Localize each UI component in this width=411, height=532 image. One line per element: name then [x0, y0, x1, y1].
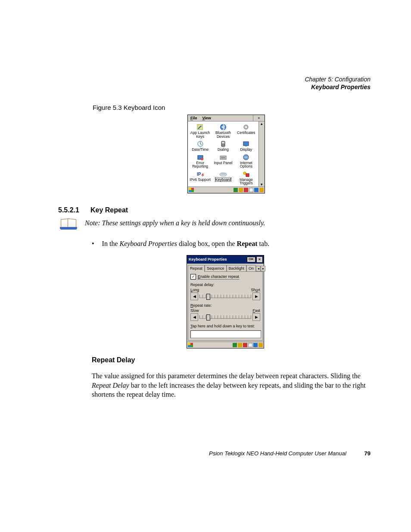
note-block: Note: These settings apply when a key is…: [60, 218, 371, 230]
header-section: Keyboard Properties: [58, 83, 371, 91]
section-number: 5.5.2.1: [58, 206, 90, 214]
tray-icon[interactable]: [238, 343, 242, 347]
figure-1-caption: Figure 5.3 Keyboard Icon: [93, 104, 371, 111]
delay-increment-button[interactable]: ▶: [252, 292, 260, 300]
cp-icon-app-launch-keys[interactable]: App Launch Keys: [189, 123, 212, 139]
tray-icon[interactable]: [258, 343, 263, 347]
tray-icon[interactable]: [233, 343, 237, 347]
scroll-down-icon[interactable]: ▾: [259, 182, 265, 187]
figure-2: Keyboard Properties OK × Repeat Sequence…: [187, 255, 371, 348]
icon-label: Error Reporting: [189, 161, 212, 168]
tab-scroll-right-icon[interactable]: ▸: [261, 266, 265, 271]
tab-on[interactable]: On: [246, 265, 256, 271]
book-icon: [60, 218, 77, 230]
cp-icon-internet-options[interactable]: Internet Options: [235, 153, 258, 169]
gear-icon: [242, 123, 250, 131]
rate-decrement-button[interactable]: ◀: [190, 313, 198, 321]
tab-scroll-left-icon[interactable]: ◂: [256, 266, 261, 271]
menubar: File View ×: [188, 115, 265, 121]
repeat-rate-right: Fast: [252, 308, 260, 313]
menu-view[interactable]: View: [200, 115, 214, 121]
tray-icon[interactable]: [254, 188, 258, 192]
icon-label: App Launch Keys: [189, 131, 212, 138]
cp-icon-keyboard[interactable]: Keyboard: [212, 170, 234, 186]
cp-icon-display[interactable]: Display: [235, 140, 258, 152]
test-input[interactable]: [190, 330, 261, 338]
page-header: Chapter 5: Configuration Keyboard Proper…: [58, 75, 371, 91]
tab-sequence[interactable]: Sequence: [205, 265, 227, 271]
tray-icon[interactable]: [248, 343, 252, 347]
icon-label: Internet Options: [235, 161, 258, 168]
start-icon[interactable]: [188, 343, 193, 347]
titlebar: Keyboard Properties OK ×: [187, 255, 264, 263]
taskbar: [188, 187, 265, 193]
panel-icon: [219, 153, 227, 161]
cp-icon-certificates[interactable]: Certificates: [235, 123, 258, 139]
header-chapter: Chapter 5: Configuration: [58, 75, 371, 83]
figure-1: File View × App Launch KeysBluetooth Dev…: [187, 115, 371, 193]
svg-rect-22: [246, 174, 249, 177]
svg-text:IP: IP: [197, 172, 201, 177]
svg-rect-12: [220, 156, 226, 159]
ok-button[interactable]: OK: [247, 257, 255, 262]
delay-slider-thumb[interactable]: [206, 294, 210, 300]
tray-icon[interactable]: [239, 188, 243, 192]
svg-point-21: [243, 172, 246, 174]
tray-icon[interactable]: [249, 188, 253, 192]
close-button[interactable]: ×: [256, 256, 263, 262]
tab-panel: ✓ Enable character repeat Repeat delay: …: [188, 271, 263, 341]
cp-icon-manage-triggers[interactable]: Manage Triggers: [235, 170, 258, 186]
cp-icon-bluetooth-devices[interactable]: Bluetooth Devices: [212, 123, 234, 139]
tray-icons: [234, 188, 264, 192]
keyboard-icon: [219, 170, 227, 178]
cp-icon-date-time[interactable]: Date/Time: [189, 140, 212, 152]
cp-icon-dialing[interactable]: Dialing: [212, 140, 234, 152]
cp-icon-ipv6-support[interactable]: IP6IPv6 Support: [189, 170, 212, 186]
paragraph: The value assigned for this parameter de…: [92, 371, 371, 399]
svg-rect-6: [222, 142, 224, 143]
tray-icon[interactable]: [253, 343, 258, 347]
icon-label: IPv6 Support: [190, 178, 211, 182]
page-footer: Psion Teklogix NEO Hand-Held Computer Us…: [58, 450, 371, 457]
tab-repeat[interactable]: Repeat: [188, 265, 205, 272]
rate-slider[interactable]: [199, 314, 251, 320]
svg-rect-8: [245, 146, 247, 146]
cp-icon-input-panel[interactable]: Input Panel: [212, 153, 234, 169]
svg-text:!: !: [202, 158, 202, 160]
tray-icon[interactable]: [234, 188, 238, 192]
clock-icon: [196, 140, 205, 148]
menu-file[interactable]: File: [188, 115, 200, 121]
phone-icon: [219, 140, 227, 148]
delay-slider[interactable]: [199, 293, 251, 300]
rate-slider-thumb[interactable]: [206, 314, 210, 320]
enable-repeat-label: Enable character repeat: [198, 274, 239, 280]
delay-decrement-button[interactable]: ◀: [190, 292, 198, 300]
icon-label: Dialing: [218, 148, 229, 152]
repeat-rate-left: Slow: [190, 308, 199, 313]
rate-increment-button[interactable]: ▶: [252, 313, 260, 321]
note-text: Note: These settings apply when a key is…: [85, 218, 265, 227]
error-icon: !: [196, 153, 205, 161]
repeat-delay-left: Long: [190, 287, 199, 292]
repeat-delay-group: Repeat delay: Long Short ◀ ▶: [190, 282, 260, 300]
keyboard-properties-window: Keyboard Properties OK × Repeat Sequence…: [187, 255, 264, 348]
scroll-up-icon[interactable]: ▴: [259, 121, 265, 126]
enable-repeat-checkbox[interactable]: ✓: [190, 274, 196, 280]
page-number: 79: [364, 450, 371, 457]
icon-grid: App Launch KeysBluetooth DevicesCertific…: [188, 121, 258, 187]
start-icon[interactable]: [189, 188, 194, 192]
enable-repeat-checkbox-row: ✓ Enable character repeat: [190, 274, 260, 280]
svg-point-3: [245, 126, 247, 128]
tray-icon[interactable]: [244, 188, 248, 192]
cp-icon-error-reporting[interactable]: !Error Reporting: [189, 153, 212, 169]
tray-icon[interactable]: [259, 188, 264, 192]
body-content: In the Keyboard Properties dialog box, o…: [92, 239, 371, 399]
tray-icon[interactable]: [243, 343, 247, 347]
icon-label: Bluetooth Devices: [212, 131, 234, 138]
close-button[interactable]: ×: [253, 115, 265, 121]
window-title: Keyboard Properties: [189, 257, 227, 262]
section-heading: 5.5.2.1Key Repeat: [58, 206, 371, 214]
svg-text:6: 6: [202, 173, 204, 177]
scrollbar[interactable]: ▴ ▾: [258, 121, 265, 187]
tab-backlight[interactable]: Backlight: [227, 265, 247, 271]
